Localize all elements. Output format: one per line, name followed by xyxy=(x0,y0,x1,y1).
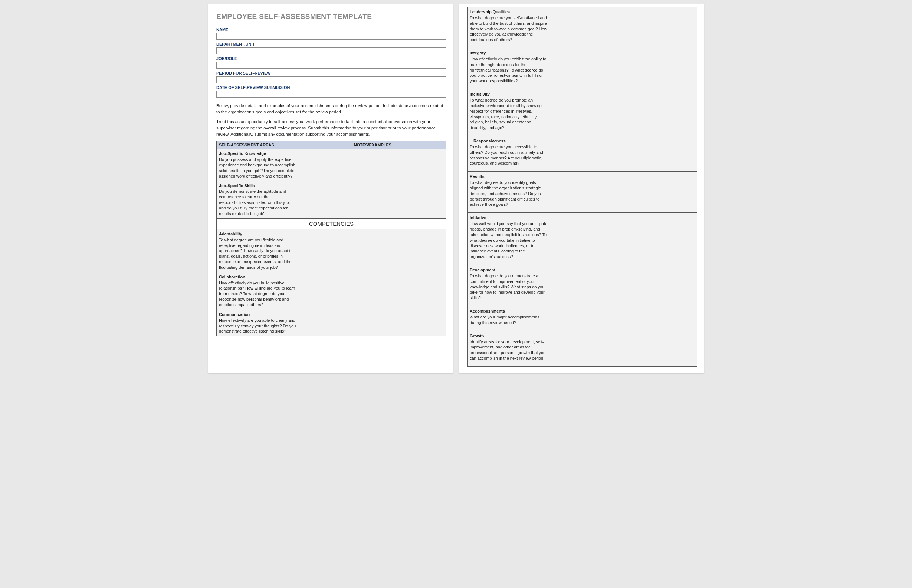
notes-cell[interactable] xyxy=(299,149,446,181)
input-department[interactable] xyxy=(216,47,446,54)
row-description: To what degree do you promote an inclusi… xyxy=(470,98,542,130)
label-date: DATE OF SELF-REVIEW SUBMISSION xyxy=(216,85,446,90)
area-cell: CollaborationHow effectively do you buil… xyxy=(217,272,300,310)
table-row: InitiativeHow well would you say that yo… xyxy=(468,213,697,265)
notes-cell[interactable] xyxy=(550,172,697,213)
row-title: Accomplishments xyxy=(470,309,548,314)
notes-cell[interactable] xyxy=(299,181,446,218)
document-page-2: Leadership QualitiesTo what degree are y… xyxy=(459,5,704,373)
row-description: To what degree are you accessible to oth… xyxy=(470,145,543,166)
table-row: Job-Specific SkillsDo you demonstrate th… xyxy=(217,181,446,218)
area-cell: Job-Specific SkillsDo you demonstrate th… xyxy=(217,181,300,218)
table-row: AdaptabilityTo what degree are you flexi… xyxy=(217,229,446,272)
document-title: EMPLOYEE SELF-ASSESSMENT TEMPLATE xyxy=(216,13,446,21)
field-job: JOB/ROLE xyxy=(216,57,446,69)
notes-cell[interactable] xyxy=(299,272,446,310)
table-row: GrowthIdentify areas for your developmen… xyxy=(468,331,697,366)
row-title: Communication xyxy=(219,312,297,317)
notes-cell[interactable] xyxy=(550,48,697,89)
table-row: IntegrityHow effectively do you exhibit … xyxy=(468,48,697,89)
field-date: DATE OF SELF-REVIEW SUBMISSION xyxy=(216,85,446,97)
input-job[interactable] xyxy=(216,62,446,69)
area-cell: CommunicationHow effectively are you abl… xyxy=(217,310,300,336)
row-description: How effectively do you build positive re… xyxy=(219,281,295,307)
notes-cell[interactable] xyxy=(299,229,446,272)
row-description: How well would you say that you anticipa… xyxy=(470,221,547,259)
intro-text: Below, provide details and examples of y… xyxy=(216,103,446,137)
row-description: What are your major accomplishments duri… xyxy=(470,315,539,325)
input-period[interactable] xyxy=(216,76,446,83)
assessment-table-page2: Leadership QualitiesTo what degree are y… xyxy=(467,6,697,367)
row-description: To what degree are you flexible and rece… xyxy=(219,237,293,270)
row-title: Initiative xyxy=(470,215,548,221)
table-row: CommunicationHow effectively are you abl… xyxy=(217,310,446,336)
competencies-header: COMPETENCIES xyxy=(217,218,446,229)
area-cell: AccomplishmentsWhat are your major accom… xyxy=(468,306,550,331)
table-row: InclusivityTo what degree do you promote… xyxy=(468,89,697,136)
table-row: Job-Specific KnowledgeDo you possess and… xyxy=(217,149,446,181)
row-description: Do you demonstrate the aptitude and comp… xyxy=(219,189,290,215)
area-cell: Leadership QualitiesTo what degree are y… xyxy=(468,7,550,48)
row-title: Leadership Qualities xyxy=(470,9,548,15)
notes-cell[interactable] xyxy=(550,7,697,48)
row-description: Do you possess and apply the expertise, … xyxy=(219,157,295,178)
notes-cell[interactable] xyxy=(550,89,697,136)
assessment-table-page1: SELF-ASSESSMENT AREAS NOTES/EXAMPLES Job… xyxy=(216,141,446,336)
header-notes: NOTES/EXAMPLES xyxy=(299,141,446,149)
notes-cell[interactable] xyxy=(550,136,697,172)
row-description: To what degree do you identify goals ali… xyxy=(470,180,541,207)
area-cell: DevelopmentTo what degree do you demonst… xyxy=(468,265,550,306)
label-job: JOB/ROLE xyxy=(216,57,446,61)
notes-cell[interactable] xyxy=(550,213,697,265)
notes-cell[interactable] xyxy=(550,265,697,306)
row-title: Job-Specific Knowledge xyxy=(219,151,297,157)
row-title: Collaboration xyxy=(219,275,297,280)
document-page-1: EMPLOYEE SELF-ASSESSMENT TEMPLATE NAME D… xyxy=(208,5,453,373)
table-row: Leadership QualitiesTo what degree are y… xyxy=(468,7,697,48)
label-name: NAME xyxy=(216,27,446,32)
header-areas: SELF-ASSESSMENT AREAS xyxy=(217,141,300,149)
area-cell: ResponsivenessTo what degree are you acc… xyxy=(468,136,550,172)
field-name: NAME xyxy=(216,27,446,40)
row-title: Development xyxy=(470,267,548,273)
row-description: To what degree are you self-motivated an… xyxy=(470,16,547,42)
row-description: Identify areas for your development, sel… xyxy=(470,339,546,361)
table-row: ResponsivenessTo what degree are you acc… xyxy=(468,136,697,172)
row-description: How effectively do you exhibit the abili… xyxy=(470,57,546,83)
table-row: AccomplishmentsWhat are your major accom… xyxy=(468,306,697,331)
notes-cell[interactable] xyxy=(550,306,697,331)
row-title: Results xyxy=(470,174,548,179)
intro-paragraph-2: Treat this as an opportunity to self-ass… xyxy=(216,119,446,137)
input-name[interactable] xyxy=(216,33,446,40)
area-cell: GrowthIdentify areas for your developmen… xyxy=(468,331,550,366)
label-department: DEPARTMENT/UNIT xyxy=(216,42,446,46)
field-period: PERIOD FOR SELF-REVIEW xyxy=(216,71,446,83)
field-department: DEPARTMENT/UNIT xyxy=(216,42,446,54)
area-cell: AdaptabilityTo what degree are you flexi… xyxy=(217,229,300,272)
notes-cell[interactable] xyxy=(299,310,446,336)
intro-paragraph-1: Below, provide details and examples of y… xyxy=(216,103,446,115)
table-row: ResultsTo what degree do you identify go… xyxy=(468,172,697,213)
input-date[interactable] xyxy=(216,91,446,97)
row-description: How effectively are you able to clearly … xyxy=(219,318,296,334)
row-title: Integrity xyxy=(470,50,548,56)
notes-cell[interactable] xyxy=(550,331,697,366)
row-description: To what degree do you demonstrate a comm… xyxy=(470,274,545,300)
row-title: Job-Specific Skills xyxy=(219,183,297,189)
table-row: DevelopmentTo what degree do you demonst… xyxy=(468,265,697,306)
area-cell: Job-Specific KnowledgeDo you possess and… xyxy=(217,149,300,181)
label-period: PERIOD FOR SELF-REVIEW xyxy=(216,71,446,75)
row-title: Growth xyxy=(470,333,548,339)
table-row: CollaborationHow effectively do you buil… xyxy=(217,272,446,310)
row-title: Adaptability xyxy=(219,231,297,237)
area-cell: InitiativeHow well would you say that yo… xyxy=(468,213,550,265)
row-title: Responsiveness xyxy=(470,138,548,144)
area-cell: InclusivityTo what degree do you promote… xyxy=(468,89,550,136)
row-title: Inclusivity xyxy=(470,92,548,97)
area-cell: IntegrityHow effectively do you exhibit … xyxy=(468,48,550,89)
area-cell: ResultsTo what degree do you identify go… xyxy=(468,172,550,213)
